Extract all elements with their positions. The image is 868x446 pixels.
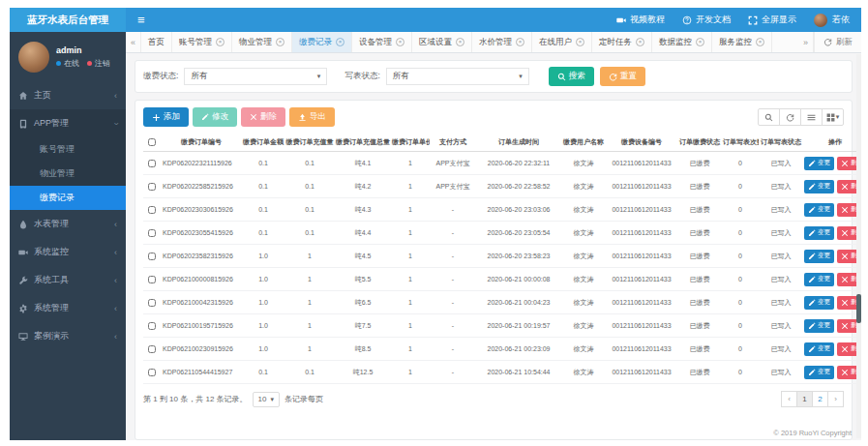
tabs-refresh-button[interactable]: 刷新 [814,32,861,52]
tab-close-icon[interactable]: × [516,38,524,46]
tab-9[interactable]: 定时任务× [592,32,652,52]
row-checkbox[interactable] [148,160,156,167]
table-row[interactable]: KDP0621001957159261.01吨7.51-2020-06-21 0… [143,314,861,338]
tab-11[interactable]: 服务监控× [712,32,772,52]
sidebar-item-5[interactable]: 系统工具‹ [10,266,126,294]
select-all-checkbox[interactable] [148,138,156,146]
column-header-10[interactable]: 订单缴费状态 [677,134,722,152]
row-edit-button[interactable]: 变更 [804,296,834,310]
avatar[interactable] [18,42,49,73]
sidebar-item-1[interactable]: 主页‹ [10,81,126,109]
page-prev-button[interactable]: ‹ [781,391,797,407]
sidebar-subitem-3[interactable]: 缴费记录 [10,186,126,210]
row-edit-button[interactable]: 变更 [804,203,834,217]
column-header-11[interactable]: 订单写表次数 [722,134,759,152]
column-header-8[interactable]: 缴费用户名称 [561,134,606,152]
navbar-item-3[interactable]: 全屏显示 [748,14,796,26]
tab-close-icon[interactable]: × [336,38,344,46]
tab-close-icon[interactable]: × [276,38,284,46]
column-header-7[interactable]: 订单生成时间 [476,134,561,152]
table-row[interactable]: KDP0620223211159260.10.1吨4.11APP支付宝2020-… [143,152,861,175]
tab-2[interactable]: 账号管理× [172,32,232,52]
tab-close-icon[interactable]: × [696,38,704,46]
row-checkbox[interactable] [148,229,156,237]
tab-close-icon[interactable]: × [576,38,584,46]
navbar-item-2[interactable]: 开发文档 [682,14,731,26]
row-checkbox[interactable] [148,183,156,191]
table-row[interactable]: KDP0621105444159270.10.1吨12.51-2020-06-2… [143,361,861,384]
row-edit-button[interactable]: 变更 [804,366,834,379]
navbar-user-menu[interactable]: 若依 [814,14,850,27]
table-row[interactable]: KDP0621002309159261.01吨8.51-2020-06-21 0… [143,338,861,361]
row-edit-button[interactable]: 变更 [804,226,834,240]
search-button[interactable]: 搜索 [549,67,594,86]
row-checkbox[interactable] [148,345,156,353]
write-status-select[interactable]: 所有 ▾ [386,68,529,85]
table-row[interactable]: KDP0620230554159260.10.1吨4.41-2020-06-20… [143,222,861,245]
delete-button[interactable]: 删除 [241,107,285,127]
table-row[interactable]: KDP0620225852159260.10.1吨4.21APP支付宝2020-… [143,175,861,198]
row-edit-button[interactable]: 变更 [804,273,834,286]
payment-status-select[interactable]: 所有 ▾ [184,68,327,85]
tab-close-icon[interactable]: × [216,38,224,46]
tab-1[interactable]: 首页 [141,32,172,52]
page-button-1[interactable]: 1 [796,391,813,407]
tab-3[interactable]: 物业管理× [232,32,292,52]
row-checkbox[interactable] [148,369,156,376]
sidebar-subitem-1[interactable]: 账号管理 [10,137,126,162]
reset-button[interactable]: 重置 [600,67,645,86]
tab-close-icon[interactable]: × [756,38,764,46]
row-edit-button[interactable]: 变更 [804,157,834,170]
tab-close-icon[interactable]: × [456,38,464,46]
page-size-select[interactable]: 10 ▾ [253,392,280,407]
row-edit-button[interactable]: 变更 [804,250,834,263]
tab-6[interactable]: 区域设置× [412,32,472,52]
page-next-button[interactable]: › [827,391,844,407]
sidebar-item-3[interactable]: 水表管理‹ [10,210,126,238]
sidebar-item-6[interactable]: 系统管理‹ [10,294,126,322]
scrollbar-track[interactable] [856,54,861,438]
table-search-button[interactable] [758,108,780,126]
row-edit-button[interactable]: 变更 [804,342,834,356]
export-button[interactable]: 导出 [289,107,335,127]
scrollbar-thumb[interactable] [856,294,861,323]
sidebar-item-7[interactable]: 案例演示‹ [10,322,126,350]
add-button[interactable]: 添加 [143,107,189,127]
edit-button[interactable]: 修改 [193,107,237,127]
sidebar-item-2[interactable]: APP管理‹ [10,109,126,137]
column-header-9[interactable]: 缴费设备编号 [606,134,677,152]
tab-close-icon[interactable]: × [636,38,644,46]
column-header-6[interactable]: 支付方式 [430,134,476,152]
column-header-3[interactable]: 缴费订单充值量 [284,134,335,152]
row-checkbox[interactable] [148,276,156,283]
tab-close-icon[interactable]: × [396,38,404,46]
logout-label[interactable]: 注销 [95,58,110,69]
tab-7[interactable]: 水价管理× [472,32,532,52]
table-toggle-button[interactable] [800,108,823,126]
row-checkbox[interactable] [148,322,156,330]
row-checkbox[interactable] [148,299,156,307]
column-header-13[interactable]: 操作 [803,134,861,152]
online-label[interactable]: 在线 [64,58,79,69]
tabs-scroll-right-icon[interactable]: » [798,32,814,52]
sidebar-toggle-icon[interactable]: ≡ [137,14,145,26]
row-checkbox[interactable] [148,206,156,214]
table-row[interactable]: KDP0621000008159261.01吨5.51-2020-06-21 0… [143,268,861,291]
tabs-scroll-left-icon[interactable]: « [126,32,141,52]
sidebar-subitem-2[interactable]: 物业管理 [10,162,126,186]
row-checkbox[interactable] [148,253,156,260]
tab-4[interactable]: 缴费记录× [292,32,352,52]
row-edit-button[interactable]: 变更 [804,180,834,193]
column-header-5[interactable]: 缴费订单单价 [391,134,430,152]
table-refresh-button[interactable] [779,108,801,126]
column-header-1[interactable]: 缴费订单编号 [161,134,242,152]
row-edit-button[interactable]: 变更 [804,319,834,333]
tab-10[interactable]: 数据监控× [652,32,712,52]
table-row[interactable]: KDP0620230306159260.10.1吨4.31-2020-06-20… [143,198,861,222]
tab-5[interactable]: 设备管理× [352,32,412,52]
column-header-2[interactable]: 缴费订单金额 [242,134,284,152]
table-row[interactable]: KDP0620235823159261.01吨4.51-2020-06-20 2… [143,245,861,268]
navbar-item-1[interactable]: 视频教程 [616,14,665,26]
page-button-2[interactable]: 2 [812,391,828,407]
column-header-4[interactable]: 缴费订单充值总量 [335,134,391,152]
